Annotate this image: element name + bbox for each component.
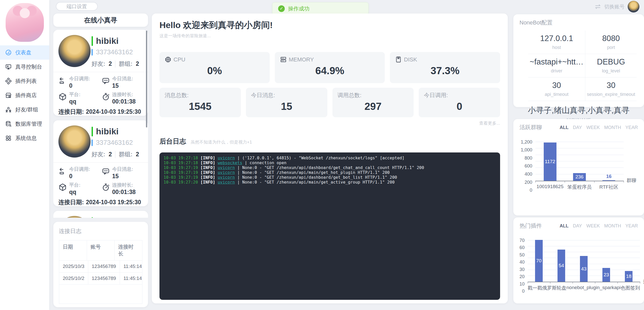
connect-duration-value: 00:01:38	[112, 98, 136, 105]
api-timeout-value: 30	[530, 81, 584, 90]
sidebar-item-plugin-list[interactable]: 插件列表	[0, 74, 49, 88]
x-category-label: RTF社区	[594, 184, 624, 190]
connect-date-label: 连接日期:	[58, 108, 84, 115]
period-tabs: ALLDAYWEEKMONTHYEAR	[560, 125, 638, 130]
period-tab-year[interactable]: YEAR	[625, 223, 638, 229]
period-tab-month[interactable]: MONTH	[604, 125, 621, 130]
sidebar-item-database[interactable]: 数据库管理	[0, 117, 49, 131]
today-messages-label: 今日消息:	[112, 75, 133, 82]
total-calls-value: 297	[338, 101, 409, 112]
sidebar-item-plugin-store[interactable]: 插件商店	[0, 88, 49, 102]
connect-date-value: 2024-10-03 19:25:30	[86, 199, 141, 205]
groups-count: 2	[136, 151, 139, 158]
port-settings-button[interactable]: 端口设置	[56, 2, 98, 11]
plot-area: 7054432318	[528, 240, 640, 282]
hot-plugins-title: 热门插件	[519, 222, 542, 230]
sidebar-item-system-info[interactable]: 系统信息	[0, 131, 49, 145]
period-tab-day[interactable]: DAY	[573, 125, 582, 130]
bar-slot: 43	[573, 240, 595, 282]
bot-name: hibiki	[96, 217, 119, 218]
bot-list-scrollbar[interactable]	[146, 31, 147, 127]
connect-duration-label: 连接时长:	[112, 182, 136, 188]
x-axis-name: 插件	[643, 278, 644, 285]
x-tick	[640, 282, 640, 283]
log-message: | None:0 - "GET /zhenxun/api/dashboard/g…	[235, 165, 424, 170]
driver-value: ~fastapi+~htt…	[530, 57, 584, 67]
x-category-label: 签到	[630, 285, 640, 291]
x-axis-labels: 1001918625笨蛋程序员RTF社区	[535, 184, 624, 190]
bot-list[interactable]: hibiki 3373463162 好友:2 群组:2 今日调用:0 今日消息:…	[53, 30, 148, 218]
memory-card: MEMORY 64.9%	[275, 52, 385, 83]
period-tab-month[interactable]: MONTH	[604, 223, 621, 229]
total-calls-card: 调用总数: 297	[332, 88, 414, 117]
config-session-expire: 30session_expire_timeout	[585, 77, 637, 101]
period-tab-day[interactable]: DAY	[573, 223, 582, 229]
table-empty-area	[59, 285, 142, 304]
log-line: 10-03 19:27:20 [INFO] uvicorn | None:0 -…	[164, 180, 496, 185]
nonebot-config-panel: NoneBot配置 127.0.0.1host 8080port ~fastap…	[513, 14, 644, 107]
today-calls-value: 0	[69, 82, 90, 89]
platform-value: qq	[69, 189, 80, 196]
bar-slot: 54	[550, 240, 573, 282]
config-api-timeout: 30api_timeout	[528, 77, 585, 101]
log-line: 10-03 19:27:18 [INFO] websockets | conne…	[164, 160, 496, 165]
database-icon	[5, 121, 12, 127]
log-level: [INFO]	[201, 160, 218, 165]
log-source-link: uvicorn	[218, 175, 235, 180]
period-tab-year[interactable]: YEAR	[625, 125, 638, 130]
console-log[interactable]: 10-03 19:27:18 [INFO] uvicorn | ('127.0.…	[159, 152, 500, 300]
log-level-label: log_level	[587, 68, 635, 74]
platform-label: 平台:	[69, 182, 80, 188]
platform-value: qq	[69, 98, 80, 105]
bar-slot: 16	[594, 142, 624, 181]
log-timestamp: 10-03 19:27:19	[164, 165, 201, 170]
today-calls-label: 今日调用:	[69, 166, 90, 173]
period-tab-all[interactable]: ALL	[560, 223, 568, 229]
config-driver: ~fastapi+~htt…driver	[528, 54, 585, 77]
log-timestamp: 10-03 19:27:20	[164, 180, 201, 185]
col-header-date: 日期	[59, 240, 87, 260]
id-accent-bar	[92, 49, 93, 56]
cpu-chip-icon	[165, 56, 171, 63]
log-level: [INFO]	[201, 170, 218, 175]
system-cards-row: CPU 0% MEMORY 64.9% DISK 37.3%	[159, 52, 500, 83]
sidebar-item-console[interactable]: 真寻控制台	[0, 60, 49, 74]
log-level: [INFO]	[201, 180, 218, 185]
sidebar-item-dashboard[interactable]: 仪表盘	[0, 45, 49, 60]
log-timestamp: 10-03 19:27:19	[164, 170, 201, 175]
sidebar-item-friends-groups[interactable]: 好友/群组	[0, 102, 49, 117]
cell-account: 123456789	[88, 261, 120, 272]
x-axis-labels: 戳一戳俄罗斯轮盘nonebot_plugin_sparkapi色图签到	[528, 285, 640, 291]
system-grid-icon	[5, 135, 12, 141]
period-tab-all[interactable]: ALL	[560, 125, 568, 130]
bot-avatar	[58, 35, 91, 67]
today-messages-label: 今日消息:	[112, 166, 133, 173]
period-tab-week[interactable]: WEEK	[586, 223, 600, 229]
nickname-value: 小寻子,绪山真寻,小真寻,真寻	[519, 105, 638, 116]
period-tab-week[interactable]: WEEK	[586, 125, 600, 130]
port-label: port	[587, 45, 635, 50]
bot-name: hibiki	[96, 126, 119, 136]
active-groups-title: 活跃群聊	[519, 124, 542, 131]
bot-card: hibiki 3373463162 好友:2 群组:2 今日调用:0 今日消息:…	[53, 120, 148, 206]
bar-value-label: 236	[575, 174, 584, 180]
user-avatar[interactable]	[628, 1, 639, 12]
bot-card: hibiki	[53, 211, 148, 218]
cpu-label: CPU	[174, 56, 185, 63]
switch-account-button[interactable]: 切换账号	[595, 0, 639, 13]
backend-log-title: 后台日志	[159, 137, 186, 146]
sidebar-item-label: 插件列表	[15, 77, 37, 85]
logo-avatar	[6, 3, 44, 42]
connect-date-value: 2024-10-03 19:25:30	[86, 108, 141, 115]
view-more-link[interactable]: 查看更多...	[159, 120, 500, 126]
cell-date: 2025/10/2	[59, 273, 88, 284]
log-message: | ('127.0.0.1', 64815) - "WebSocket /zhe…	[235, 156, 404, 160]
x-category-label: 笨蛋程序员	[565, 184, 594, 190]
port-value: 8080	[587, 34, 635, 43]
log-level: [INFO]	[201, 165, 218, 170]
platform-cube-icon	[58, 183, 67, 191]
log-source-link: uvicorn	[218, 156, 235, 160]
cell-date: 2025/10/3	[59, 261, 88, 272]
disk-value: 37.3%	[395, 65, 495, 76]
connection-log-panel: 连接日志 日期 账号 连接时长 2025/10/3 123456789 11:4…	[53, 222, 148, 307]
